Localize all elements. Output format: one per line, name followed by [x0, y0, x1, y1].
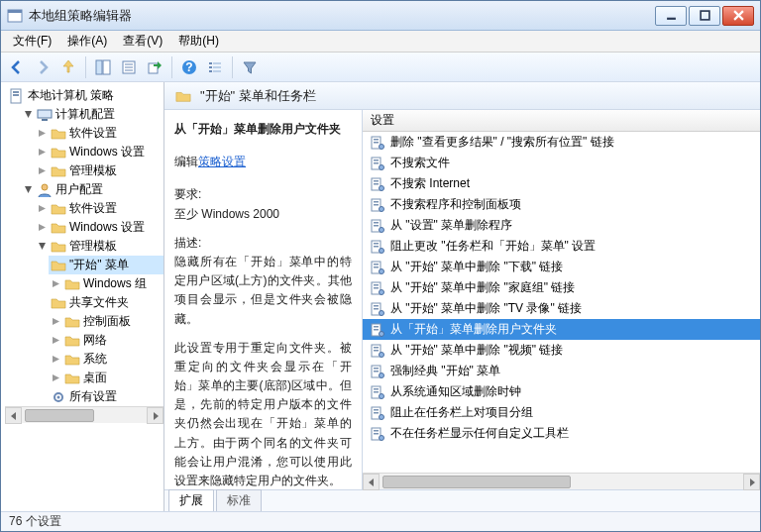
list-item[interactable]: 强制经典 "开始" 菜单: [363, 361, 760, 381]
detail-tabs: 扩展 标准: [164, 489, 760, 511]
tree-item[interactable]: Windows 设置: [35, 218, 163, 237]
list-item[interactable]: 从 "开始" 菜单中删除 "家庭组" 链接: [363, 277, 760, 298]
svg-rect-31: [374, 142, 379, 144]
tree-item[interactable]: 桌面: [49, 369, 163, 387]
tree-item[interactable]: 软件设置: [35, 199, 163, 218]
menu-file[interactable]: 文件(F): [5, 31, 59, 52]
expand-icon[interactable]: [51, 316, 61, 327]
tree-item[interactable]: 网络: [49, 331, 163, 350]
list-item[interactable]: 不搜索 Internet: [363, 173, 760, 194]
tree-label: 控制面板: [83, 313, 131, 330]
svg-rect-30: [374, 139, 379, 141]
svg-rect-82: [374, 409, 379, 411]
maximize-button[interactable]: [689, 6, 720, 26]
folder-icon: [51, 220, 66, 236]
list-item[interactable]: 从 "开始" 菜单中删除 "视频" 链接: [363, 340, 760, 361]
list-column-header[interactable]: 设置: [363, 110, 760, 132]
expand-icon[interactable]: [51, 278, 61, 289]
svg-rect-63: [374, 308, 379, 310]
desc-label: 描述:: [174, 234, 352, 253]
up-button[interactable]: [56, 55, 80, 79]
expand-icon[interactable]: [37, 165, 48, 176]
menu-action[interactable]: 操作(A): [59, 31, 115, 52]
tab-extended[interactable]: 扩展: [168, 489, 214, 511]
tree-item[interactable]: 共享文件夹: [49, 293, 163, 312]
scroll-right-icon[interactable]: [147, 407, 163, 424]
svg-rect-71: [374, 350, 379, 352]
scroll-right-icon[interactable]: [743, 474, 760, 490]
setting-icon: [371, 240, 384, 254]
list-item[interactable]: 阻止在任务栏上对项目分组: [363, 402, 760, 423]
list-item[interactable]: 阻止更改 "任务栏和「开始」菜单" 设置: [363, 236, 760, 257]
svg-rect-23: [13, 94, 19, 96]
scroll-thumb[interactable]: [25, 409, 94, 422]
folder-icon: [51, 163, 66, 179]
collapse-icon[interactable]: [37, 241, 48, 252]
tree-item-selected[interactable]: "开始" 菜单: [49, 256, 163, 274]
titlebar[interactable]: 本地组策略编辑器: [1, 1, 760, 31]
list-button[interactable]: [203, 55, 227, 79]
tree-admin-templates[interactable]: 管理模板: [35, 237, 163, 256]
tree-item[interactable]: Windows 组: [49, 274, 163, 293]
statusbar: 76 个设置: [1, 511, 760, 531]
tab-standard[interactable]: 标准: [216, 489, 262, 511]
folder-icon: [64, 333, 80, 349]
list-hscroll[interactable]: [363, 473, 760, 489]
close-button[interactable]: [722, 6, 754, 26]
expand-icon[interactable]: [37, 203, 48, 214]
tree-item[interactable]: Windows 设置: [35, 143, 163, 161]
list-item[interactable]: 从「开始」菜单删除用户文件夹: [363, 319, 760, 340]
list-item[interactable]: 不搜索程序和控制面板项: [363, 194, 760, 215]
tree-hscroll[interactable]: [5, 406, 163, 423]
list-item[interactable]: 从 "开始" 菜单中删除 "下载" 链接: [363, 257, 760, 277]
properties-button[interactable]: [117, 55, 141, 79]
expand-icon[interactable]: [51, 372, 61, 383]
list-item[interactable]: 从 "开始" 菜单中删除 "TV 录像" 链接: [363, 298, 760, 319]
collapse-icon[interactable]: [23, 109, 34, 120]
filter-button[interactable]: [238, 55, 262, 79]
tree-item[interactable]: 系统: [49, 350, 163, 369]
show-tree-button[interactable]: [91, 55, 115, 79]
description-pane: 从「开始」菜单删除用户文件夹 编辑策略设置 要求: 至少 Windows 200…: [164, 110, 363, 489]
settings-list[interactable]: 删除 "查看更多结果" / "搜索所有位置" 链接不搜索文件不搜索 Intern…: [363, 132, 760, 473]
scroll-left-icon[interactable]: [363, 474, 380, 490]
expand-icon[interactable]: [37, 222, 48, 233]
edit-policy-link[interactable]: 策略设置: [198, 155, 246, 168]
svg-rect-34: [374, 160, 379, 161]
back-button[interactable]: [5, 55, 29, 79]
tree-label: 网络: [83, 332, 107, 349]
setting-icon: [371, 198, 384, 212]
tree-computer-config[interactable]: 计算机配置: [21, 105, 163, 124]
list-item[interactable]: 删除 "查看更多结果" / "搜索所有位置" 链接: [363, 132, 760, 153]
tree-root[interactable]: 本地计算机 策略: [7, 86, 163, 105]
list-item-label: 从 "开始" 菜单中删除 "家庭组" 链接: [390, 279, 575, 296]
list-item[interactable]: 不在任务栏显示任何自定义工具栏: [363, 423, 760, 444]
list-item[interactable]: 从系统通知区域删除时钟: [363, 381, 760, 402]
minimize-button[interactable]: [655, 6, 687, 26]
tree-item[interactable]: 软件设置: [35, 124, 163, 143]
tree-item[interactable]: 控制面板: [49, 312, 163, 331]
setting-icon: [371, 157, 384, 170]
menu-help[interactable]: 帮助(H): [170, 31, 227, 52]
scroll-thumb[interactable]: [382, 476, 571, 488]
folder-icon: [64, 276, 80, 292]
expand-icon[interactable]: [37, 128, 48, 139]
tree-user-config[interactable]: 用户配置: [21, 180, 163, 199]
export-button[interactable]: [143, 55, 166, 79]
expand-icon[interactable]: [51, 335, 61, 346]
help-button[interactable]: ?: [177, 55, 201, 79]
tree-all-settings[interactable]: 所有设置: [49, 387, 163, 406]
list-item[interactable]: 从 "设置" 菜单删除程序: [363, 215, 760, 236]
menu-view[interactable]: 查看(V): [115, 31, 170, 52]
tree-item[interactable]: 管理模板: [35, 161, 163, 180]
tree-label: 共享文件夹: [69, 294, 129, 311]
tree-pane[interactable]: 本地计算机 策略 计算机配置 软件设置 Windows 设置: [1, 82, 164, 511]
collapse-icon[interactable]: [23, 184, 34, 195]
forward-button[interactable]: [31, 55, 54, 79]
list-item[interactable]: 不搜索文件: [363, 153, 760, 173]
scroll-left-icon[interactable]: [5, 407, 22, 424]
expand-icon[interactable]: [37, 147, 48, 158]
main-split: 从「开始」菜单删除用户文件夹 编辑策略设置 要求: 至少 Windows 200…: [164, 110, 760, 489]
expand-icon[interactable]: [51, 354, 61, 365]
svg-point-26: [42, 184, 48, 190]
